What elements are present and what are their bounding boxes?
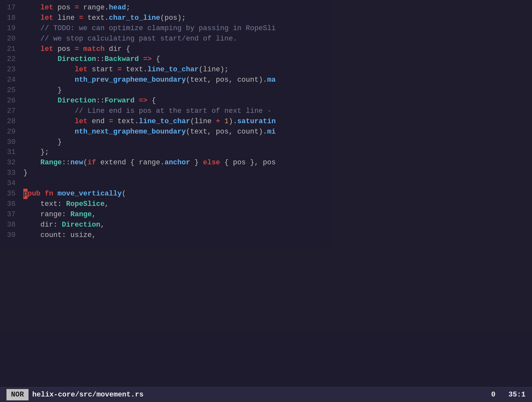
token-comment: // TODO: we can optimize clamping by pas… — [23, 24, 276, 32]
token-ident: pos — [53, 45, 75, 53]
token-ident: range. — [79, 4, 109, 12]
cursor-position: 35:1 — [508, 390, 526, 400]
table-row: 37 range: Range, — [0, 209, 532, 220]
token-punc: :: — [62, 159, 70, 167]
token-ident: { pos }, pos — [220, 159, 276, 167]
editor-container: 17 let pos = range.head;18 let line = te… — [0, 0, 532, 402]
token-ident — [134, 97, 139, 105]
token-type: RopeSlice — [66, 200, 105, 208]
line-number: 19 — [0, 23, 23, 34]
token-punc: } — [23, 138, 62, 146]
token-ident — [40, 190, 45, 198]
token-kw: fn — [45, 190, 53, 198]
token-arrow: => — [139, 97, 147, 105]
line-content: nth_prev_grapheme_boundary(text, pos, co… — [23, 75, 532, 85]
line-content: let pos = range.head; — [23, 3, 532, 13]
line-content: let end = text.line_to_char(line + 1).sa… — [23, 116, 532, 127]
token-ident: text. — [122, 65, 147, 74]
token-comment: // Line end is pos at the start of next … — [23, 107, 272, 115]
token-type: Range — [70, 210, 92, 219]
line-number: 17 — [0, 3, 23, 13]
token-ident: (text, pos, count). — [186, 128, 267, 136]
table-row: 31 }; — [0, 147, 532, 158]
search-count: 0 — [491, 390, 495, 400]
token-type: Direction — [58, 97, 96, 105]
token-method: line_to_char — [147, 65, 199, 74]
token-ident: (line — [190, 117, 216, 125]
line-number: 31 — [0, 147, 23, 158]
line-number: 21 — [0, 44, 23, 54]
table-row: 29 nth_next_grapheme_boundary(text, pos,… — [0, 127, 532, 137]
line-number: 22 — [0, 54, 23, 65]
token-ident — [79, 45, 83, 53]
table-row: 19 // TODO: we can optimize clamping by … — [0, 23, 532, 34]
token-punc: { — [147, 97, 156, 105]
token-ident — [53, 190, 57, 198]
token-ident — [220, 117, 224, 125]
token-punc: ( — [83, 159, 87, 167]
token-ident: range: — [23, 210, 70, 219]
code-area[interactable]: 17 let pos = range.head;18 let line = te… — [0, 0, 532, 387]
token-ident: end — [87, 117, 109, 125]
token-ident — [23, 45, 40, 53]
token-type: Direction — [58, 55, 96, 63]
token-punc: :: — [96, 97, 104, 105]
table-row: 18 let line = text.char_to_line(pos); — [0, 13, 532, 23]
token-ident — [139, 55, 143, 63]
line-content: let start = text.line_to_char(line); — [23, 65, 532, 75]
token-ident: dir { — [105, 45, 130, 53]
line-number: 29 — [0, 127, 23, 137]
token-punc: ; — [126, 4, 130, 12]
token-fn-name: nth_next_grapheme_boundary — [75, 128, 186, 136]
line-content: }; — [23, 147, 532, 158]
line-content: text: RopeSlice, — [23, 199, 532, 209]
line-number: 26 — [0, 96, 23, 106]
line-number: 28 — [0, 116, 23, 127]
token-kw: else — [203, 159, 220, 167]
line-number: 38 — [0, 220, 23, 230]
text-cursor: p — [23, 189, 28, 199]
line-number: 36 — [0, 199, 23, 209]
line-number: 35 — [0, 189, 23, 199]
token-punc: :: — [96, 55, 104, 63]
table-row: 20 // we stop calculating past start/end… — [0, 34, 532, 44]
token-ident — [23, 128, 75, 136]
token-arrow: => — [143, 55, 152, 63]
line-content: let line = text.char_to_line(pos); — [23, 13, 532, 23]
line-number: 34 — [0, 178, 23, 189]
table-row: 25 } — [0, 85, 532, 96]
token-kw: let — [75, 117, 87, 125]
token-punc: } — [23, 86, 62, 94]
token-ident — [23, 65, 75, 74]
token-method: ma — [267, 76, 276, 84]
token-op: = — [75, 4, 79, 12]
token-method: mi — [267, 128, 276, 136]
token-ident: } — [190, 159, 203, 167]
line-number: 18 — [0, 13, 23, 23]
line-number: 25 — [0, 85, 23, 96]
line-content: ppub fn move_vertically( — [23, 189, 532, 199]
line-number: 20 — [0, 34, 23, 44]
token-method: line_to_char — [139, 117, 190, 125]
token-type: Range — [40, 159, 62, 167]
line-number: 39 — [0, 230, 23, 241]
status-bar: NOR helix-core/src/movement.rs 0 35:1 — [0, 387, 532, 402]
table-row: 23 let start = text.line_to_char(line); — [0, 65, 532, 75]
token-op: + — [216, 117, 220, 125]
line-content: // we stop calculating past start/end of… — [23, 34, 532, 44]
token-ident — [23, 97, 58, 105]
token-punc: ( — [122, 190, 126, 198]
table-row: 35ppub fn move_vertically( — [0, 189, 532, 199]
token-ident: extend { range. — [96, 159, 164, 167]
mode-indicator: NOR — [6, 389, 29, 401]
token-punc: }; — [23, 148, 49, 156]
table-row: 21 let pos = match dir { — [0, 44, 532, 54]
token-method: char_to_line — [109, 14, 160, 22]
token-fn-name: new — [70, 159, 83, 167]
line-content: } — [23, 85, 532, 96]
token-op: = — [75, 45, 79, 53]
token-kw: let — [40, 4, 53, 12]
token-variant: Backward — [105, 55, 139, 63]
token-ident — [23, 14, 40, 22]
token-ident: count: usize, — [23, 231, 96, 239]
